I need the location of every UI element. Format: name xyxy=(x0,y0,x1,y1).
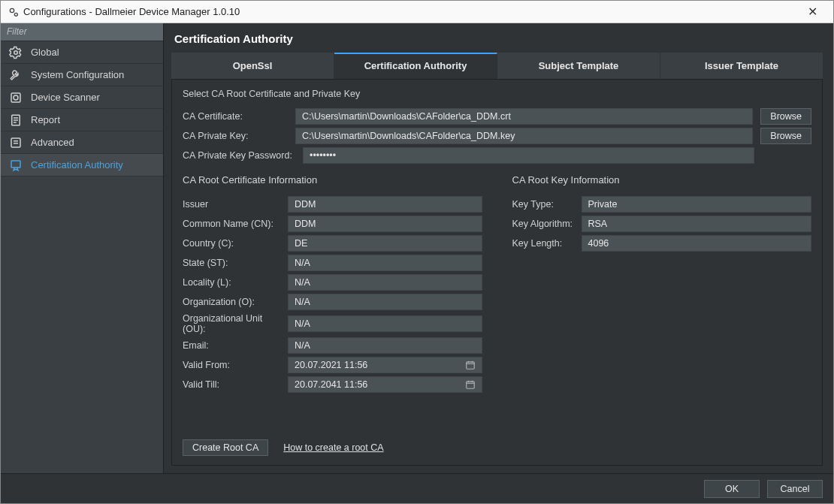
svg-point-1 xyxy=(14,13,17,16)
ca-certificate-row: CA Certificate: Browse xyxy=(183,108,811,125)
key-info-column: CA Root Key Information Key Type:Private… xyxy=(512,174,812,423)
sidebar-item-system-config[interactable]: System Configuration xyxy=(1,64,163,86)
sidebar-item-label: Global xyxy=(31,47,59,58)
ca-private-key-row: CA Private Key: Browse xyxy=(183,128,811,144)
gears-icon xyxy=(7,5,20,19)
svg-rect-17 xyxy=(466,382,474,388)
calendar-icon[interactable] xyxy=(465,379,476,390)
ca-private-key-input[interactable] xyxy=(295,128,753,144)
email-label: Email: xyxy=(183,340,288,351)
key-alg-label: Key Algorithm: xyxy=(512,219,582,229)
content-area: Certification Authority OpenSsl Certific… xyxy=(164,23,833,473)
ou-label: Organizational Unit (OU): xyxy=(183,313,288,334)
svg-point-0 xyxy=(10,8,14,12)
main-row: Filter Global System Configuration Devic… xyxy=(1,23,833,473)
cert-info-title: CA Root Certificate Information xyxy=(183,174,482,186)
sidebar-item-label: Device Scanner xyxy=(31,92,100,103)
sidebar: Filter Global System Configuration Devic… xyxy=(1,23,164,473)
window-title: Configurations - Dallmeier Device Manage… xyxy=(20,6,797,17)
ca-password-row: CA Private Key Password: xyxy=(183,147,811,164)
valid-from-label: Valid From: xyxy=(183,360,288,370)
key-type-label: Key Type: xyxy=(512,199,582,210)
sidebar-item-report[interactable]: Report xyxy=(1,109,163,131)
locality-label: Locality (L): xyxy=(183,277,288,288)
ca-password-label: CA Private Key Password: xyxy=(183,150,295,161)
panel: Select CA Root Certificate and Private K… xyxy=(171,80,823,466)
footer: OK Cancel xyxy=(1,473,833,503)
key-type-value: Private xyxy=(582,196,812,213)
report-icon xyxy=(8,113,23,128)
key-info-title: CA Root Key Information xyxy=(512,174,812,186)
sidebar-item-advanced[interactable]: Advanced xyxy=(1,131,163,154)
key-len-value: 4096 xyxy=(582,235,812,252)
country-value: DE xyxy=(288,235,482,252)
svg-rect-12 xyxy=(11,161,20,167)
org-value: N/A xyxy=(288,294,482,310)
state-label: State (ST): xyxy=(183,258,288,268)
sidebar-filter[interactable]: Filter xyxy=(1,23,163,41)
tabs: OpenSsl Certification Authority Subject … xyxy=(171,53,823,80)
tab-openssl[interactable]: OpenSsl xyxy=(171,53,334,79)
cn-label: Common Name (CN): xyxy=(183,219,288,229)
svg-point-4 xyxy=(14,95,18,100)
sidebar-item-global[interactable]: Global xyxy=(1,41,163,64)
valid-till-label: Valid Till: xyxy=(183,379,288,390)
valid-from-value[interactable]: 20.07.2021 11:56 xyxy=(288,357,482,373)
org-label: Organization (O): xyxy=(183,297,288,307)
sidebar-item-label: Report xyxy=(31,114,60,125)
valid-till-value[interactable]: 20.07.2041 11:56 xyxy=(288,376,482,393)
advanced-icon xyxy=(8,135,23,150)
ok-button[interactable]: OK xyxy=(704,480,760,498)
key-len-label: Key Length: xyxy=(512,238,582,249)
tab-issuer-template[interactable]: Issuer Template xyxy=(660,53,823,79)
svg-rect-13 xyxy=(466,362,474,369)
state-value: N/A xyxy=(288,255,482,271)
ca-certificate-input[interactable] xyxy=(295,108,753,125)
locality-value: N/A xyxy=(288,274,482,291)
window-body: Filter Global System Configuration Devic… xyxy=(1,23,833,503)
info-columns: CA Root Certificate Information IssuerDD… xyxy=(183,174,811,423)
svg-point-2 xyxy=(14,50,18,54)
issuer-value: DDM xyxy=(288,196,482,213)
cn-value: DDM xyxy=(288,216,482,232)
scanner-icon xyxy=(8,90,23,105)
browse-button-key[interactable]: Browse xyxy=(760,128,811,144)
select-section-title: Select CA Root Certificate and Private K… xyxy=(183,89,811,99)
browse-button-cert[interactable]: Browse xyxy=(760,108,811,125)
howto-link[interactable]: How to create a root CA xyxy=(283,442,383,453)
tab-certification-authority[interactable]: Certification Authority xyxy=(334,53,497,79)
tab-subject-template[interactable]: Subject Template xyxy=(497,53,660,79)
ca-private-key-label: CA Private Key: xyxy=(183,131,288,141)
gear-icon xyxy=(8,45,23,60)
sidebar-item-device-scanner[interactable]: Device Scanner xyxy=(1,86,163,109)
create-root-ca-button[interactable]: Create Root CA xyxy=(183,439,268,456)
email-value: N/A xyxy=(288,337,482,354)
sidebar-item-certification-authority[interactable]: Certification Authority xyxy=(1,154,163,177)
bottom-actions: Create Root CA How to create a root CA xyxy=(183,432,811,456)
key-alg-value: RSA xyxy=(582,216,812,232)
ca-certificate-label: CA Certificate: xyxy=(183,111,288,122)
svg-rect-3 xyxy=(11,93,20,102)
country-label: Country (C): xyxy=(183,238,288,249)
certificate-icon xyxy=(8,158,23,173)
page-title: Certification Authority xyxy=(171,28,823,53)
ca-password-input[interactable] xyxy=(303,147,754,164)
wrench-icon xyxy=(8,68,23,83)
titlebar: Configurations - Dallmeier Device Manage… xyxy=(1,1,833,23)
sidebar-item-label: Advanced xyxy=(31,137,74,148)
issuer-label: Issuer xyxy=(183,199,288,210)
sidebar-item-label: Certification Authority xyxy=(31,159,123,171)
cancel-button[interactable]: Cancel xyxy=(767,480,823,498)
sidebar-item-label: System Configuration xyxy=(31,69,124,80)
cert-info-column: CA Root Certificate Information IssuerDD… xyxy=(183,174,482,423)
calendar-icon[interactable] xyxy=(465,360,476,370)
config-window: Configurations - Dallmeier Device Manage… xyxy=(0,0,834,504)
ou-value: N/A xyxy=(288,315,482,332)
close-icon[interactable]: ✕ xyxy=(797,5,827,19)
